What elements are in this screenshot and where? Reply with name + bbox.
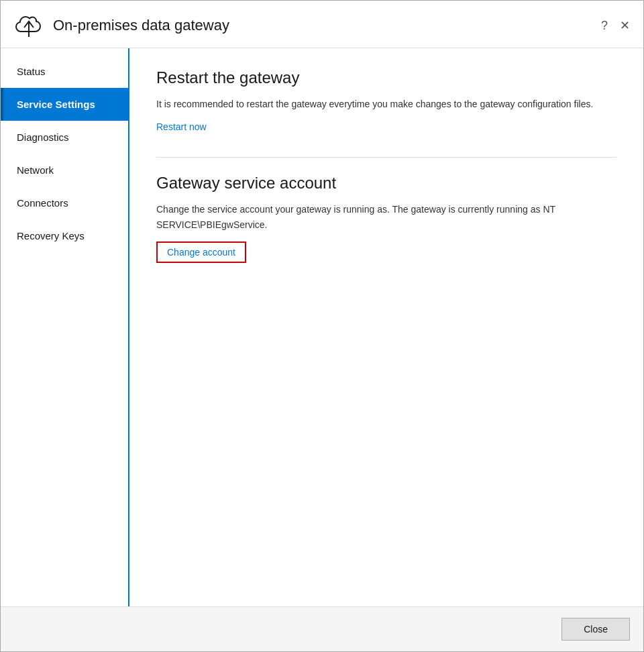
sidebar-item-network[interactable]: Network — [1, 154, 128, 186]
restart-section: Restart the gateway It is recommended to… — [156, 68, 616, 133]
change-account-link[interactable]: Change account — [156, 241, 246, 263]
main-content: Restart the gateway It is recommended to… — [129, 48, 643, 606]
title-controls: ? ✕ — [601, 18, 630, 33]
footer: Close — [1, 606, 643, 651]
close-button[interactable]: Close — [561, 618, 630, 641]
sidebar-item-connectors[interactable]: Connectors — [1, 186, 128, 219]
service-account-section: Gateway service account Change the servi… — [156, 174, 616, 263]
sidebar-item-status[interactable]: Status — [1, 55, 128, 88]
section-divider — [156, 157, 616, 158]
restart-section-desc: It is recommended to restart the gateway… — [156, 97, 612, 111]
close-window-button[interactable]: ✕ — [620, 18, 630, 33]
content-area: Status Service Settings Diagnostics Netw… — [1, 48, 643, 606]
title-left: On-premises data gateway — [14, 13, 229, 38]
help-button[interactable]: ? — [601, 19, 608, 33]
restart-section-title: Restart the gateway — [156, 68, 616, 87]
title-bar: On-premises data gateway ? ✕ — [1, 1, 643, 48]
app-title: On-premises data gateway — [53, 17, 229, 34]
sidebar: Status Service Settings Diagnostics Netw… — [1, 48, 129, 606]
cloud-icon — [14, 13, 44, 38]
restart-now-link[interactable]: Restart now — [156, 121, 207, 132]
main-window: On-premises data gateway ? ✕ Status Serv… — [0, 0, 644, 652]
service-account-desc: Change the service account your gateway … — [156, 202, 612, 232]
sidebar-item-service-settings[interactable]: Service Settings — [1, 88, 128, 121]
sidebar-item-recovery-keys[interactable]: Recovery Keys — [1, 219, 128, 252]
sidebar-item-diagnostics[interactable]: Diagnostics — [1, 121, 128, 154]
service-account-title: Gateway service account — [156, 174, 616, 193]
